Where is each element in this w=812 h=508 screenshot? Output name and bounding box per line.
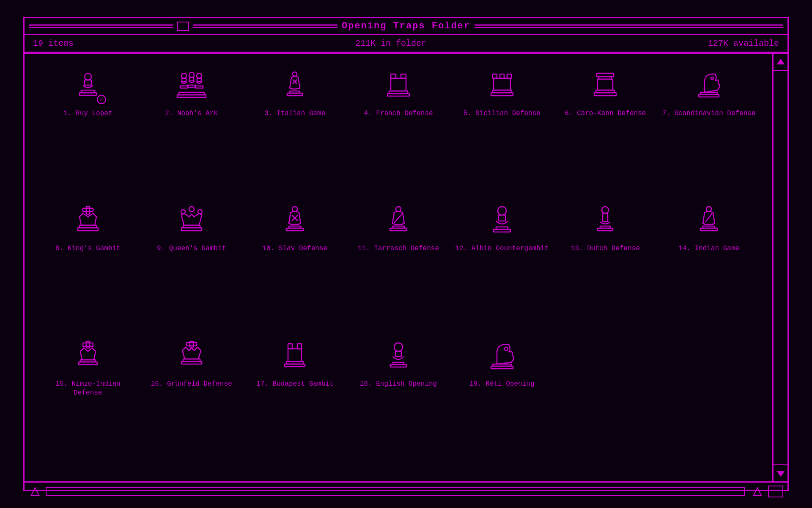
window-title: Opening Traps Folder [342,21,470,31]
scroll-down-button[interactable] [773,464,788,481]
item-noahs-ark[interactable]: 2. Noah's Ark [141,63,242,193]
item-label-18: 18. English Opening [360,380,437,389]
status-bar: 19 items 211K in folder 127K available [25,35,787,53]
item-label-10: 10. Slav Defense [262,244,327,253]
svg-line-66 [705,213,712,222]
svg-rect-77 [288,344,292,349]
selected-checkmark: ✓ [97,95,106,104]
item-nimzo-indian[interactable]: 15. Nimzo-Indian Defense [37,333,139,473]
svg-point-7 [189,72,194,77]
scroll-progress-bar[interactable] [46,487,745,496]
item-kings-gambit[interactable]: 8. King's Gambit [37,198,139,329]
item-tarrasch[interactable]: 11. Tarrasch Defense [348,198,449,329]
item-icon-18 [379,337,417,375]
item-budapest[interactable]: 17. Budapest Gambit [244,333,346,473]
available-space: 127K available [708,39,779,48]
window-close-box[interactable] [177,22,189,31]
item-reti-opening[interactable]: 19. Réti Opening [451,333,553,473]
svg-rect-35 [594,93,616,96]
svg-rect-40 [83,208,93,212]
item-label-15: 15. Nimzo-Indian Defense [39,380,137,398]
item-indian-game[interactable]: 14. Indian Game [658,198,760,329]
item-slav-defense[interactable]: 10. Slav Defense [244,198,346,329]
svg-rect-88 [491,366,513,369]
title-bar: Opening Traps Folder [25,18,787,35]
svg-point-36 [711,77,713,80]
item-dutch-defense[interactable]: 13. Dutch Defense [555,198,656,329]
svg-point-61 [602,207,609,213]
svg-rect-12 [195,86,203,88]
item-albin[interactable]: 12. Albin Countergambit [451,198,553,329]
svg-point-15 [293,72,297,76]
svg-rect-81 [285,364,305,367]
item-icon-10 [276,202,314,240]
item-label-12: 12. Albin Countergambit [455,244,549,253]
svg-point-65 [706,207,711,212]
item-italian-game[interactable]: 3. Italian Game [244,63,346,193]
svg-rect-8 [189,77,194,81]
svg-rect-38 [699,94,719,97]
svg-point-53 [396,207,401,212]
svg-rect-24 [387,94,409,96]
svg-rect-56 [390,228,407,231]
item-icon-15 [69,337,107,375]
scrollbar [772,54,787,481]
item-label-7: 7. Scandinavian Defense [662,109,756,118]
svg-rect-6 [180,86,188,88]
item-french-defense[interactable]: 4. French Defense [348,63,449,193]
svg-rect-76 [181,362,202,364]
svg-rect-68 [700,228,717,231]
svg-rect-28 [494,78,510,90]
item-queens-gambit[interactable]: 9. Queen's Gambit [141,198,242,329]
item-ruy-lopez[interactable]: ✓ 1. Ruy Lopez [37,63,139,193]
svg-rect-64 [598,228,613,231]
svg-rect-78 [297,344,302,349]
item-icon-11 [379,202,417,240]
svg-rect-30 [491,93,513,96]
item-caro-kann[interactable]: 6. Caro-Kann Defense [555,63,656,193]
item-icon-12 [483,202,521,240]
item-label-1: 1. Ruy Lopez [63,109,112,118]
item-label-3: 3. Italian Game [264,109,325,118]
bottom-right-button[interactable] [751,486,764,497]
svg-rect-83 [395,351,401,356]
svg-marker-89 [778,60,784,64]
content-area: ✓ 1. Ruy Lopez [25,54,787,481]
window: Opening Traps Folder 19 items 211K in fo… [23,17,789,491]
svg-rect-14 [177,95,206,97]
svg-line-54 [394,213,403,223]
items-grid: ✓ 1. Ruy Lopez [25,54,772,481]
item-label-14: 14. Indian Game [678,244,739,253]
item-icon-2 [173,67,211,105]
item-label-5: 5. Sicilian Defense [463,109,540,118]
bottom-bar [25,481,787,500]
bottom-corner-box [768,486,783,497]
svg-rect-11 [197,78,201,82]
item-scandinavian[interactable]: 7. Scandinavian Defense [658,63,760,193]
svg-point-57 [498,207,506,215]
item-icon-1: ✓ [69,67,107,105]
svg-rect-69 [86,341,90,348]
item-icon-14 [690,202,728,240]
item-sicilian-defense[interactable]: 5. Sicilian Defense [451,63,553,193]
item-grunfeld[interactable]: 16. Grünfeld Defense [141,333,242,473]
item-label-8: 8. King's Gambit [55,244,121,253]
item-english-opening[interactable]: 18. English Opening [348,333,449,473]
svg-marker-92 [754,488,761,495]
item-label-19: 19. Réti Opening [469,380,535,389]
svg-point-82 [394,343,403,351]
items-count: 19 items [33,39,74,48]
svg-rect-72 [79,362,97,364]
item-icon-9 [173,202,211,240]
svg-point-86 [505,347,508,351]
svg-rect-62 [603,213,608,222]
svg-rect-19 [287,93,302,96]
scroll-track [774,71,787,464]
svg-rect-52 [286,228,303,231]
item-label-4: 4. French Defense [364,109,433,118]
bottom-left-button[interactable] [29,486,41,497]
svg-rect-27 [507,74,511,78]
scroll-up-button[interactable] [773,54,788,71]
svg-rect-70 [83,343,93,346]
item-icon-17 [276,337,314,375]
